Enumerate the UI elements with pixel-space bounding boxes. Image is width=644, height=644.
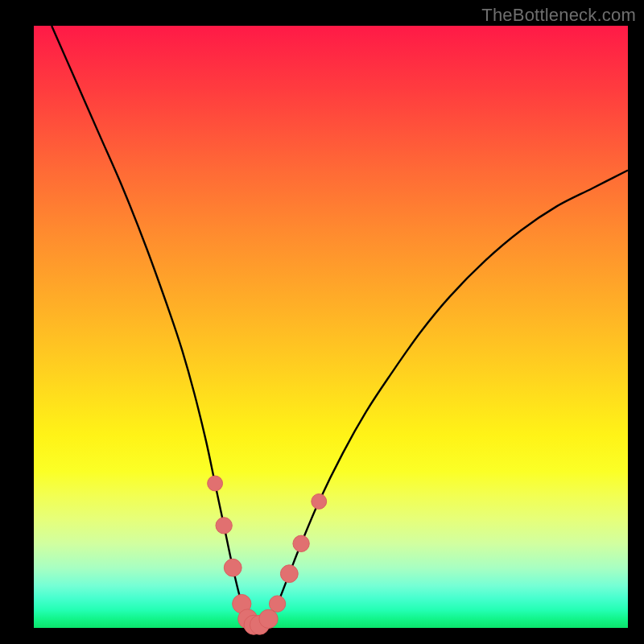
curve-marker (312, 493, 327, 509)
bottleneck-curve (52, 26, 628, 625)
curve-marker (293, 535, 309, 551)
curve-marker (280, 565, 298, 583)
curve-marker (259, 609, 278, 628)
plot-area (34, 26, 628, 628)
curve-marker (208, 476, 223, 491)
chart-svg (34, 26, 628, 628)
watermark-text: TheBottleneck.com (481, 5, 636, 26)
chart-frame: TheBottleneck.com (0, 0, 644, 644)
curve-marker (216, 518, 232, 534)
curve-markers (208, 476, 327, 634)
curve-marker (224, 559, 242, 576)
curve-marker (269, 596, 285, 612)
